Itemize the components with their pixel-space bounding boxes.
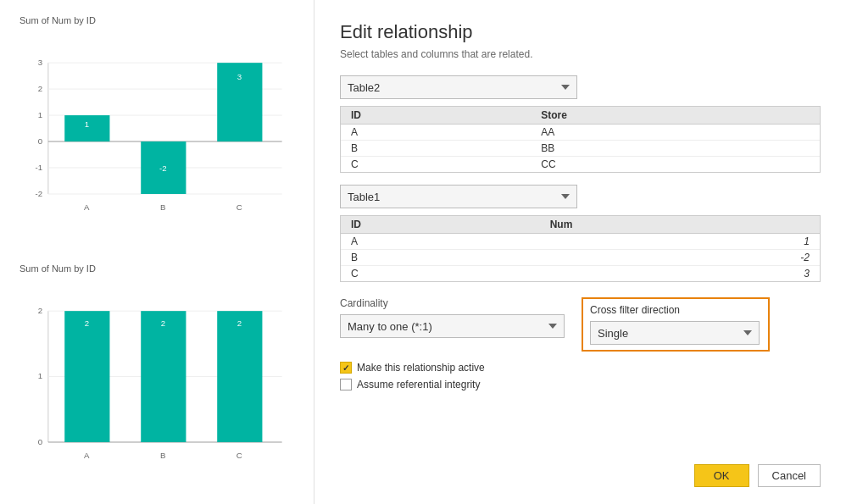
table1-cell-num: 1 (540, 234, 820, 250)
table-row: B -2 (341, 250, 820, 266)
table2-table: ID Store A AA B BB C CC (341, 107, 820, 172)
table-row: C CC (341, 157, 820, 173)
svg-text:C: C (237, 202, 242, 212)
bar-b-chart2 (141, 311, 186, 442)
table1-cell-num: 3 (540, 266, 820, 282)
svg-text:2: 2 (85, 318, 89, 327)
cardinality-group: Cardinality Many to one (*:1) One to one… (340, 297, 565, 338)
svg-text:2: 2 (38, 84, 42, 93)
cross-filter-group: Cross filter direction Single Both (582, 297, 770, 352)
chart1-title: Sum of Num by ID (19, 15, 298, 25)
left-panel: Sum of Num by ID 3 2 1 0 -1 (0, 0, 314, 504)
chart2-container: Sum of Num by ID 2 1 0 2 A (13, 257, 305, 496)
cardinality-label: Cardinality (340, 297, 565, 309)
chart1-container: Sum of Num by ID 3 2 1 0 -1 (13, 8, 305, 248)
table1-data: ID Num A 1 B -2 C 3 (340, 215, 821, 282)
svg-text:1: 1 (38, 110, 42, 119)
svg-text:1: 1 (85, 119, 89, 129)
table1-col-id: ID (341, 216, 540, 234)
table1-cell: B (341, 250, 540, 266)
table2-cell: A (341, 125, 531, 141)
table2-cell: C (341, 157, 531, 173)
svg-text:B: B (160, 451, 165, 460)
edit-relationship-dialog: Edit relationship Select tables and colu… (314, 0, 846, 504)
svg-text:2: 2 (38, 306, 42, 315)
table1-cell-num: -2 (540, 250, 820, 266)
svg-text:-1: -1 (36, 163, 43, 172)
svg-text:0: 0 (38, 436, 42, 446)
table-row: C 3 (341, 266, 820, 282)
dialog-title: Edit relationship (340, 21, 821, 43)
dialog-buttons: OK Cancel (340, 447, 821, 487)
svg-text:B: B (160, 202, 165, 212)
table-row: A 1 (341, 234, 820, 250)
bar-c-chart2 (217, 311, 262, 442)
table2-cell: B (341, 141, 531, 157)
chart2-svg: 2 1 0 2 A 2 B 2 C (19, 277, 298, 493)
table1-selector[interactable]: Table1 (340, 185, 577, 208)
cross-filter-label: Cross filter direction (590, 304, 760, 316)
chart2-area: 2 1 0 2 A 2 B 2 C (19, 277, 298, 493)
cancel-button[interactable]: Cancel (758, 464, 821, 487)
make-active-row: Make this relationship active (340, 362, 821, 374)
ok-button[interactable]: OK (694, 464, 749, 487)
svg-text:1: 1 (38, 371, 42, 380)
referential-integrity-row: Assume referential integrity (340, 379, 821, 390)
dialog-subtitle: Select tables and columns that are relat… (340, 48, 821, 60)
options-row: Cardinality Many to one (*:1) One to one… (340, 297, 821, 352)
chart1-svg: 3 2 1 0 -1 -2 1 A -2 B 3 C (19, 29, 298, 245)
svg-text:3: 3 (38, 58, 42, 67)
svg-text:3: 3 (237, 72, 242, 81)
bar-a-chart2 (64, 311, 109, 442)
svg-text:-2: -2 (36, 189, 43, 198)
make-active-checkbox[interactable] (340, 362, 352, 374)
table1-col-num: Num (540, 216, 820, 234)
svg-text:-2: -2 (159, 163, 167, 173)
svg-text:A: A (84, 202, 90, 212)
cross-filter-select[interactable]: Single Both (590, 321, 760, 345)
table2-cell: CC (531, 157, 820, 173)
referential-integrity-checkbox[interactable] (340, 379, 352, 390)
table2-col-id: ID (341, 107, 531, 125)
chart1-area: 3 2 1 0 -1 -2 1 A -2 B 3 C (19, 29, 298, 245)
svg-text:C: C (237, 451, 242, 460)
svg-text:2: 2 (161, 318, 165, 327)
svg-text:0: 0 (38, 136, 42, 146)
svg-text:A: A (84, 451, 90, 460)
table1-cell: C (341, 266, 540, 282)
table2-selector[interactable]: Table2 (340, 75, 577, 99)
table2-cell: AA (531, 125, 820, 141)
table2-col-store: Store (531, 107, 820, 125)
table1-cell: A (341, 234, 540, 250)
chart2-title: Sum of Num by ID (19, 263, 298, 274)
table-row: B BB (341, 141, 820, 157)
table-row: A AA (341, 125, 820, 141)
make-active-label: Make this relationship active (357, 362, 485, 374)
referential-integrity-label: Assume referential integrity (357, 379, 480, 390)
cardinality-select[interactable]: Many to one (*:1) One to one (1:1) One t… (340, 314, 565, 338)
table2-cell: BB (531, 141, 820, 157)
table1-table: ID Num A 1 B -2 C 3 (341, 216, 820, 281)
table2-data: ID Store A AA B BB C CC (340, 106, 821, 173)
svg-text:2: 2 (237, 318, 242, 327)
